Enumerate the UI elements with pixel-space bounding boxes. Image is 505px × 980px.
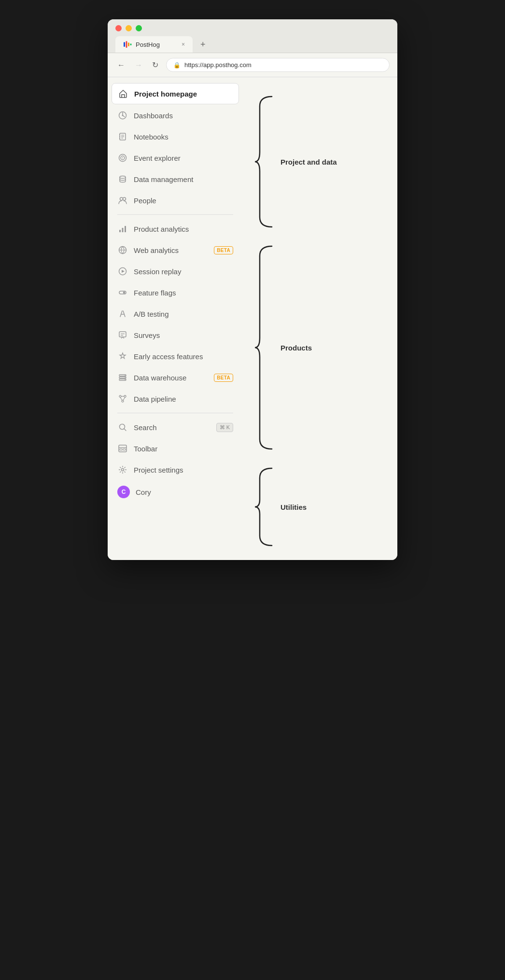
data-warehouse-icon: [117, 372, 128, 383]
data-pipeline-label: Data pipeline: [134, 395, 233, 403]
sidebar-item-data-management[interactable]: Data management: [112, 169, 239, 189]
address-bar: ← → ↻ 🔒 https://app.posthog.com: [108, 53, 397, 77]
svg-point-34: [125, 375, 126, 376]
svg-point-5: [122, 115, 124, 116]
bracket-project-data: Project and data: [252, 92, 388, 232]
web-analytics-beta-badge: BETA: [214, 246, 233, 254]
sidebar-item-project-settings[interactable]: Project settings: [112, 460, 239, 480]
svg-line-41: [120, 397, 122, 400]
browser-chrome: PostHog × +: [108, 19, 397, 53]
svg-point-15: [122, 157, 123, 158]
sidebar-item-data-pipeline[interactable]: Data pipeline: [112, 389, 239, 409]
posthog-tab-icon: [123, 40, 132, 49]
svg-point-38: [124, 395, 126, 397]
sidebar-item-data-warehouse[interactable]: Data warehouse BETA: [112, 367, 239, 388]
close-button[interactable]: [115, 25, 122, 31]
sidebar-item-web-analytics[interactable]: Web analytics BETA: [112, 240, 239, 260]
svg-point-27: [123, 292, 125, 294]
event-explorer-label: Event explorer: [134, 154, 233, 162]
data-warehouse-label: Data warehouse: [134, 374, 208, 382]
svg-point-35: [125, 377, 126, 378]
ab-testing-label: A/B testing: [134, 310, 233, 318]
people-icon: [117, 195, 128, 206]
feature-flags-label: Feature flags: [134, 289, 233, 297]
sidebar-item-product-analytics[interactable]: Product analytics: [112, 219, 239, 239]
new-tab-button[interactable]: +: [196, 38, 210, 52]
project-homepage-label: Project homepage: [134, 90, 233, 98]
feature-flags-icon: [117, 287, 128, 298]
products-label: Products: [281, 344, 312, 352]
sidebar-item-session-replay[interactable]: Session replay: [112, 261, 239, 281]
home-icon: [118, 88, 128, 99]
tab-close-button[interactable]: ×: [182, 41, 185, 48]
sidebar-item-people[interactable]: People: [112, 190, 239, 210]
sidebar: Project homepage Dashboards: [108, 77, 243, 560]
data-warehouse-beta-badge: BETA: [214, 374, 233, 382]
url-bar[interactable]: 🔒 https://app.posthog.com: [166, 58, 390, 72]
svg-line-44: [124, 429, 126, 431]
refresh-button[interactable]: ↻: [150, 59, 160, 70]
bracket-utilities: Utilities: [252, 463, 388, 550]
search-label: Search: [134, 423, 210, 432]
toolbar-icon: [117, 443, 128, 454]
data-management-icon: [117, 174, 128, 184]
sidebar-item-event-explorer[interactable]: Event explorer: [112, 148, 239, 168]
forward-button[interactable]: →: [133, 60, 144, 70]
svg-point-18: [123, 197, 126, 200]
sidebar-item-user[interactable]: C Cory: [112, 481, 239, 503]
svg-point-49: [122, 469, 124, 471]
project-data-label: Project and data: [281, 158, 337, 166]
sidebar-item-early-access[interactable]: Early access features: [112, 346, 239, 366]
sidebar-item-ab-testing[interactable]: A/B testing: [112, 304, 239, 324]
svg-rect-21: [125, 226, 126, 232]
svg-rect-3: [130, 43, 132, 45]
sidebar-item-feature-flags[interactable]: Feature flags: [112, 282, 239, 303]
settings-icon: [117, 464, 128, 475]
event-explorer-icon: [117, 153, 128, 163]
svg-rect-1: [126, 41, 127, 48]
sidebar-item-dashboards[interactable]: Dashboards: [112, 105, 239, 126]
sidebar-item-toolbar[interactable]: Toolbar: [112, 438, 239, 459]
svg-rect-47: [120, 449, 122, 450]
notebooks-icon: [117, 131, 128, 142]
svg-point-16: [120, 176, 126, 179]
minimize-button[interactable]: [126, 25, 132, 31]
tab-label: PostHog: [136, 41, 160, 48]
dashboards-icon: [117, 110, 128, 121]
sidebar-item-notebooks[interactable]: Notebooks: [112, 126, 239, 147]
svg-rect-20: [122, 228, 124, 232]
traffic-lights: [115, 25, 390, 31]
data-management-label: Data management: [134, 175, 233, 183]
svg-marker-25: [122, 270, 125, 273]
active-tab[interactable]: PostHog ×: [115, 36, 193, 53]
surveys-icon: [117, 330, 128, 340]
svg-point-39: [122, 400, 124, 402]
svg-rect-2: [128, 42, 129, 46]
main-content: Project and data Products Util: [243, 77, 397, 560]
utilities-label: Utilities: [281, 503, 307, 511]
svg-point-17: [120, 197, 123, 200]
product-analytics-icon: [117, 224, 128, 234]
product-analytics-label: Product analytics: [134, 225, 233, 233]
sidebar-item-search[interactable]: Search ⌘ K: [112, 417, 239, 437]
web-analytics-label: Web analytics: [134, 246, 208, 254]
notebooks-label: Notebooks: [134, 133, 233, 141]
bracket-products: Products: [252, 241, 388, 454]
maximize-button[interactable]: [136, 25, 142, 31]
session-replay-label: Session replay: [134, 267, 233, 276]
surveys-label: Surveys: [134, 331, 233, 339]
back-button[interactable]: ←: [115, 60, 127, 70]
sidebar-item-project-homepage[interactable]: Project homepage: [112, 83, 239, 104]
divider-2: [117, 413, 233, 413]
tab-bar: PostHog × +: [115, 36, 390, 53]
search-icon: [117, 422, 128, 433]
early-access-icon: [117, 351, 128, 362]
svg-rect-48: [123, 449, 126, 450]
user-name: Cory: [136, 488, 233, 496]
sidebar-item-surveys[interactable]: Surveys: [112, 325, 239, 345]
lock-icon: 🔒: [173, 62, 181, 69]
svg-line-42: [123, 397, 125, 400]
data-pipeline-icon: [117, 393, 128, 404]
svg-rect-28: [119, 332, 126, 337]
dashboards-label: Dashboards: [134, 112, 233, 120]
